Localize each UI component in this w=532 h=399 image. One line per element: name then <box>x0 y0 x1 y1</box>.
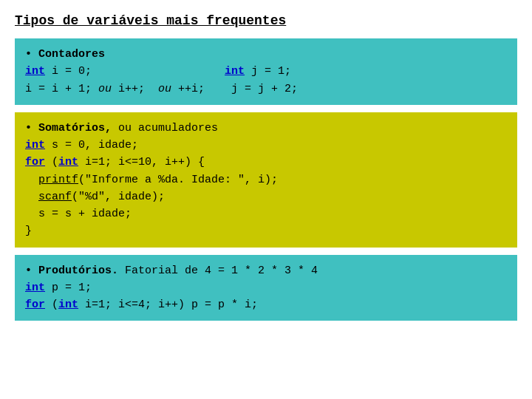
keyword-int-6: int <box>58 299 78 311</box>
bullet-produtorios: • Produtórios. <box>25 265 118 277</box>
bullet-produtorios-suffix: Fatorial de 4 = 1 * 2 * 3 * 4 <box>118 265 318 277</box>
bullet-somatorios-suffix: ou acumuladores <box>112 122 218 134</box>
section-produtorios: • Produtórios. Fatorial de 4 = 1 * 2 * 3… <box>15 255 517 321</box>
code-line-somatorios-4: scanf("%d", idade); <box>25 188 507 205</box>
page-title: Tipos de variáveis mais frequentes <box>15 13 517 28</box>
section-contadores: • Contadores int i = 0; int j = 1; i = i… <box>15 38 517 105</box>
code-line-contadores-2: i = i + 1; ou i++; ou ++i; j = j + 2; <box>25 81 507 98</box>
code-line-somatorios-5: s = s + idade; <box>25 205 507 222</box>
bullet-contadores: • Contadores <box>25 48 105 61</box>
code-line-somatorios-1: int s = 0, idade; <box>25 137 507 154</box>
keyword-int-3: int <box>25 139 45 151</box>
code-line-produtorios-2: for (int i=1; i<=4; i++) p = p * i; <box>25 296 507 313</box>
keyword-int-2: int <box>225 65 245 78</box>
section-somatorios: • Somatórios, ou acumuladores int s = 0,… <box>15 112 517 248</box>
code-line-somatorios-2: for (int i=1; i<=10, i++) { <box>25 154 507 171</box>
function-printf: printf <box>38 174 78 186</box>
keyword-for-1: for <box>25 156 45 168</box>
code-line-produtorios-1: int p = 1; <box>25 279 507 296</box>
code-line-somatorios-6: } <box>25 222 507 239</box>
page-container: Tipos de variáveis mais frequentes • Con… <box>0 0 532 399</box>
keyword-int-1: int <box>25 65 45 78</box>
keyword-for-2: for <box>25 299 45 311</box>
keyword-int-4: int <box>58 156 78 168</box>
code-line-contadores-1: int i = 0; int j = 1; <box>25 63 507 80</box>
bullet-somatorios: • Somatórios, <box>25 122 112 134</box>
function-scanf: scanf <box>38 191 72 203</box>
code-line-somatorios-3: printf("Informe a %da. Idade: ", i); <box>25 171 507 188</box>
keyword-int-5: int <box>25 282 45 294</box>
